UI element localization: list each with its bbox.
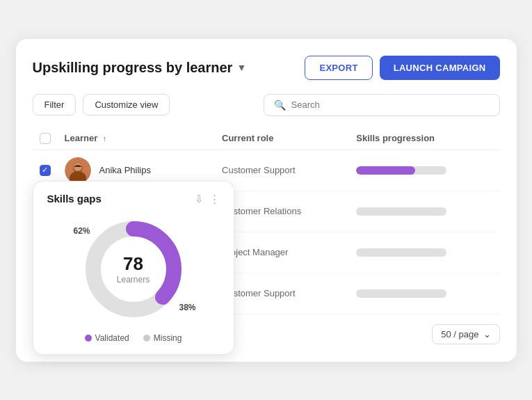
launch-campaign-button[interactable]: LAUNCH CAMPAIGN (380, 56, 500, 80)
chart-legend: Validated Missing (47, 333, 220, 343)
validated-percent: 62% (74, 226, 90, 236)
avatar (65, 157, 91, 184)
learner-cell: Anika Philips (65, 157, 209, 184)
title-row: Upskilling progress by learner ▼ (33, 60, 247, 76)
skills-card-header: Skills gaps ⇩ ⋮ (47, 193, 220, 205)
role-cell: Customer Support (215, 150, 349, 191)
search-box[interactable]: 🔍 (264, 94, 500, 116)
validated-label: Validated (95, 333, 129, 343)
main-card: Upskilling progress by learner ▼ EXPORT … (16, 39, 517, 362)
card-actions: ⇩ ⋮ (195, 193, 220, 205)
missing-label: Missing (154, 333, 182, 343)
per-page-chevron-icon: ⌄ (483, 329, 491, 339)
chevron-down-icon[interactable]: ▼ (236, 62, 246, 73)
filter-button[interactable]: Filter (33, 94, 76, 115)
learners-label: Learners (117, 275, 150, 285)
legend-validated: Validated (85, 333, 129, 343)
search-icon: 🔍 (274, 99, 286, 111)
per-page-label: 50 / page (441, 329, 478, 339)
role-cell: Customer Relations (215, 191, 349, 232)
header-buttons: EXPORT LAUNCH CAMPAIGN (305, 56, 499, 80)
col-current-role: Current role (215, 127, 349, 150)
toolbar: Filter Customize view 🔍 (33, 94, 500, 116)
missing-percent: 38% (179, 303, 195, 312)
sort-icon[interactable]: ↑ (103, 134, 107, 143)
role-cell: Project Manager (215, 232, 349, 273)
progress-cell (349, 232, 499, 273)
select-all-checkbox[interactable] (40, 133, 51, 144)
learner-name: Anika Philips (99, 165, 151, 175)
per-page-selector[interactable]: 50 / page ⌄ (432, 324, 499, 344)
donut-center: 78 Learners (117, 253, 150, 285)
more-options-icon[interactable]: ⋮ (209, 193, 220, 205)
learners-count: 78 (117, 253, 150, 273)
download-icon[interactable]: ⇩ (195, 193, 204, 205)
export-button[interactable]: EXPORT (305, 56, 372, 80)
progress-cell (349, 150, 499, 191)
col-skills-progression: Skills progression (349, 127, 499, 150)
search-input[interactable] (291, 99, 490, 110)
skills-gaps-card: Skills gaps ⇩ ⋮ 78 Learners 62% 38% (33, 181, 234, 355)
customize-view-button[interactable]: Customize view (83, 94, 170, 115)
role-cell: Customer Support (215, 273, 349, 314)
table-header-row: Learner ↑ Current role Skills progressio… (33, 127, 500, 150)
skills-gaps-title: Skills gaps (47, 193, 102, 205)
progress-cell (349, 273, 499, 314)
missing-dot (143, 335, 150, 342)
legend-missing: Missing (143, 333, 182, 343)
page-title: Upskilling progress by learner (33, 60, 233, 76)
validated-dot (85, 335, 92, 342)
col-learner: Learner ↑ (58, 127, 216, 150)
progress-cell (349, 191, 499, 232)
donut-chart: 78 Learners 62% 38% (71, 214, 196, 325)
header: Upskilling progress by learner ▼ EXPORT … (33, 56, 500, 80)
row-checkbox[interactable]: ✓ (40, 165, 51, 176)
